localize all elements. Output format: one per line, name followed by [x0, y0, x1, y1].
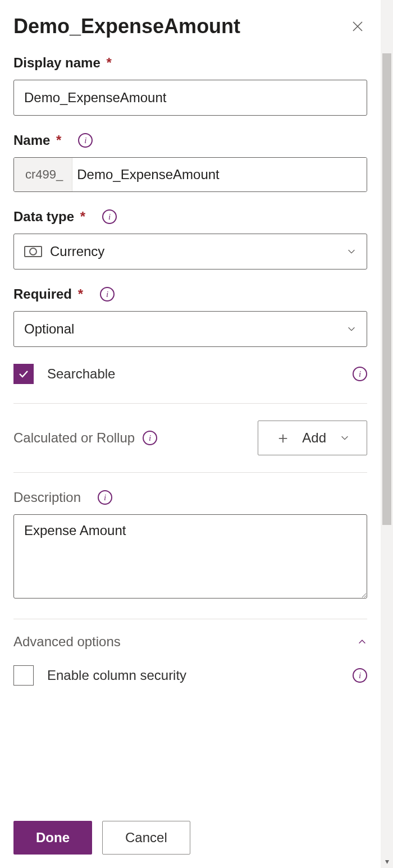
chevron-down-icon [340, 433, 350, 443]
name-label: Name * [13, 133, 61, 148]
add-calculated-button[interactable]: ＋ Add [258, 421, 367, 455]
panel-footer: Done Cancel [13, 810, 367, 868]
column-security-checkbox[interactable] [13, 665, 34, 686]
required-star-icon: * [74, 286, 83, 301]
name-input[interactable] [72, 158, 367, 191]
cancel-button[interactable]: Cancel [102, 821, 190, 855]
done-button[interactable]: Done [13, 821, 92, 855]
required-field: Required * i Optional [13, 286, 367, 347]
display-name-field: Display name * [13, 55, 367, 116]
required-star-icon: * [76, 209, 85, 224]
data-type-field: Data type * i Currency [13, 209, 367, 269]
data-type-value: Currency [50, 244, 104, 259]
info-icon[interactable]: i [143, 431, 157, 445]
required-select[interactable]: Optional [13, 311, 367, 347]
data-type-select[interactable]: Currency [13, 234, 367, 269]
panel-header: Demo_ExpenseAmount [13, 15, 367, 38]
chevron-down-icon [346, 246, 357, 257]
name-prefix: cr499_ [14, 158, 72, 191]
close-button[interactable] [348, 17, 367, 36]
description-textarea[interactable] [13, 514, 367, 599]
scroll-down-arrow-icon[interactable]: ▾ [381, 857, 393, 866]
info-icon[interactable]: i [100, 287, 115, 301]
column-security-label: Enable column security [47, 668, 186, 683]
plus-icon: ＋ [275, 430, 291, 446]
info-icon[interactable]: i [353, 367, 367, 381]
description-field: Description i [13, 490, 367, 602]
info-icon[interactable]: i [353, 668, 367, 683]
panel-title: Demo_ExpenseAmount [13, 15, 240, 38]
chevron-up-icon [357, 637, 367, 647]
description-label: Description [13, 490, 81, 505]
advanced-options-toggle[interactable]: Advanced options [13, 619, 367, 665]
info-icon[interactable]: i [78, 133, 93, 148]
currency-icon [24, 246, 42, 257]
searchable-label: Searchable [47, 366, 115, 382]
advanced-options-label: Advanced options [13, 634, 121, 650]
calculated-label: Calculated or Rollup [13, 430, 135, 446]
data-type-label: Data type * [13, 209, 85, 225]
required-star-icon: * [52, 133, 61, 148]
required-value: Optional [24, 321, 74, 337]
required-label: Required * [13, 286, 83, 302]
required-star-icon: * [103, 55, 112, 70]
searchable-checkbox[interactable] [13, 364, 34, 384]
name-field: Name * i cr499_ [13, 133, 367, 192]
info-icon[interactable]: i [102, 209, 117, 224]
searchable-row: Searchable i [13, 364, 367, 384]
scrollbar[interactable]: ▾ [381, 0, 393, 868]
close-icon [351, 20, 364, 33]
calculated-section: Calculated or Rollup i ＋ Add [13, 404, 367, 472]
display-name-input[interactable] [13, 80, 367, 116]
display-name-label: Display name * [13, 55, 112, 71]
chevron-down-icon [346, 324, 357, 334]
add-button-label: Add [302, 430, 326, 446]
name-input-wrap: cr499_ [13, 157, 367, 192]
column-security-row: Enable column security i [13, 665, 367, 686]
info-icon[interactable]: i [98, 490, 112, 505]
divider [13, 472, 367, 473]
scrollbar-thumb[interactable] [382, 53, 391, 525]
panel-body: Display name * Name * i cr499_ Data type… [13, 55, 367, 810]
checkmark-icon [17, 367, 30, 381]
edit-column-panel: Demo_ExpenseAmount Display name * Name *… [0, 0, 381, 868]
